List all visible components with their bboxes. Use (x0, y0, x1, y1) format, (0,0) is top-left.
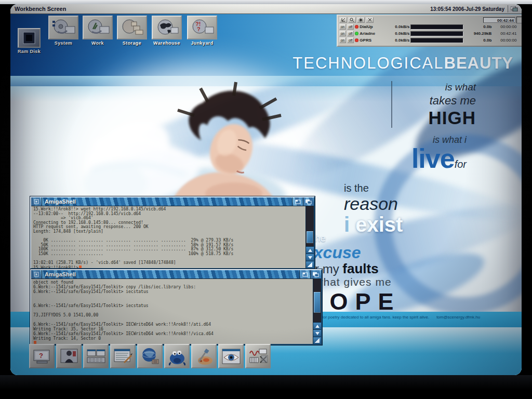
prefs-person-icon (59, 347, 79, 366)
dialup-traffic-bar (410, 24, 463, 30)
close-gadget-icon[interactable] (31, 270, 42, 278)
monitor-bottom-edge (0, 375, 532, 399)
svg-text:?: ? (39, 352, 43, 360)
audio-midi-icon (248, 347, 269, 366)
resize-corner-icon[interactable] (313, 337, 321, 344)
poem-live: is what i livefor (411, 134, 467, 171)
close-icon (368, 18, 372, 22)
shell2-console[interactable]: object not found 6.Work:--1541/safe/Easy… (31, 279, 313, 344)
scroll-down-icon[interactable] (306, 254, 314, 261)
desktop-icon-work[interactable]: Work (82, 16, 113, 46)
shell2-scrollbar[interactable] (313, 279, 321, 344)
net-monitor-window[interactable]: 00:42:44 on off DialUp 0.0kB/s 0.0b 00:0… (337, 15, 522, 47)
ramdisk-icon (18, 28, 41, 48)
depth-gadget-icon[interactable] (310, 270, 321, 278)
system-drawer-icon (48, 16, 78, 39)
work-drawer-icon (83, 16, 113, 39)
ariadne-led (355, 32, 358, 35)
dock-button-internet[interactable] (137, 344, 163, 368)
help-icon: ? (32, 347, 52, 366)
editor-icon (113, 347, 134, 366)
paint-icon (194, 347, 215, 366)
storage-drawer-icon (117, 16, 147, 39)
dock-button-editor[interactable] (110, 344, 136, 368)
resize-corner-icon[interactable] (306, 261, 314, 268)
net-close-button[interactable] (366, 17, 374, 23)
desktop-icon-system[interactable]: System (48, 16, 79, 46)
shell2-output: object not found 6.Work:--1541/safe/Easy… (33, 280, 313, 341)
resize-icon (341, 18, 345, 22)
gprs-traffic-bar (410, 38, 463, 43)
net-row-gprs: on off GPRS 0.0kB/s 0.0b 00:00:00 (339, 37, 522, 44)
shell1-title: AmigaShell (42, 197, 292, 206)
divider-line (391, 81, 392, 128)
dock-button-help[interactable]: ? (29, 344, 55, 368)
dialup-on-button[interactable]: on (339, 24, 346, 30)
workbench-screen: TECHNOLOGICALBEAUTY is what takes me HIG… (10, 4, 522, 375)
close-gadget-icon[interactable] (31, 197, 42, 206)
screen-titlebar[interactable]: Workbench Screen 13:05:54 2006-Jul-29 Sa… (10, 4, 522, 14)
warehouse-drawer-icon (152, 16, 182, 39)
shell1-output: 15.Work:!!Arok8!!> wget http://192.168.0… (33, 207, 306, 265)
monitor-bezel: TECHNOLOGICALBEAUTY is what takes me HIG… (0, 0, 532, 399)
shell1-console[interactable]: 15.Work:!!Arok8!!> wget http://192.168.0… (31, 206, 306, 268)
dock-button-paint[interactable] (191, 344, 217, 368)
dialup-led (355, 25, 358, 29)
desktop-icon-warehouse[interactable]: Warehouse (151, 16, 182, 46)
shell1-cursor (79, 265, 82, 268)
gprs-off-button[interactable]: off (347, 37, 354, 43)
zoom-gadget-icon[interactable] (299, 270, 310, 278)
ariadne-on-button[interactable]: on (339, 31, 346, 36)
shell2-title: AmigaShell (42, 270, 299, 278)
internet-globe-icon (140, 347, 161, 366)
viewer-eye-icon (221, 347, 242, 366)
net-resize-button[interactable] (339, 17, 347, 23)
wallpaper-title: TECHNOLOGICALBEAUTY (292, 54, 513, 73)
dialup-off-button[interactable]: off (347, 24, 354, 30)
shell-window-1[interactable]: AmigaShell 15.Work:!!Arok8!!> wget http:… (30, 196, 315, 269)
dock-button-viewer[interactable] (218, 344, 244, 368)
scroll-up-icon[interactable] (306, 246, 314, 254)
mascot-icon (167, 347, 188, 366)
scroll-down-icon[interactable] (313, 329, 321, 337)
shell1-scrollbar[interactable] (305, 206, 314, 268)
desktop-icon-ramdisk[interactable]: Ram Disk (14, 28, 45, 54)
settings-icon (358, 18, 363, 22)
screen-depth-gadget[interactable] (508, 5, 521, 12)
desktop-icon-storage[interactable]: Storage (116, 16, 148, 46)
shell1-scroll-thumb[interactable] (307, 231, 313, 243)
desktop-icon-junkyard[interactable]: ?!? Junkyard (187, 16, 218, 46)
scroll-up-icon[interactable] (313, 322, 321, 329)
shell-window-2[interactable]: AmigaShell object not found 6.Work:--154… (30, 269, 322, 345)
shell2-titlebar[interactable]: AmigaShell (31, 270, 321, 279)
dock-button-prefs[interactable] (56, 344, 82, 368)
svg-text:?: ? (197, 26, 201, 32)
dock-button-screens[interactable] (83, 344, 109, 368)
net-row-dialup: on off DialUp 0.0kB/s 0.0b 00:00:00 (339, 23, 522, 30)
depth-gadget-icon[interactable] (303, 197, 314, 206)
wallpaper-footer: truecolor poetry dedicated to all amiga … (311, 315, 518, 320)
shell1-prompt: 15.Work:!!Arok8!!> (33, 265, 78, 268)
net-zoom-button[interactable] (348, 17, 356, 23)
shell1-titlebar[interactable]: AmigaShell (31, 197, 314, 206)
gprs-led (355, 38, 358, 42)
net-settings-button[interactable] (357, 17, 365, 23)
depth-icon (511, 6, 518, 11)
net-row-ariadne: on off Ariadne 0.0kB/s 940.29kB 00:42:41 (339, 30, 522, 37)
net-timer-field: 00:42:44 (483, 17, 515, 23)
net-timer-gadget[interactable] (516, 17, 522, 23)
junkyard-drawer-icon: ?!? (187, 16, 217, 39)
gprs-on-button[interactable]: on (339, 37, 346, 43)
magnifier-icon (350, 18, 354, 22)
screen-title: Workbench Screen (10, 6, 66, 12)
poem-high: is what takes me HIGH (429, 81, 476, 128)
dock-button-audio[interactable] (245, 344, 271, 368)
dock-button-mascot[interactable] (164, 344, 190, 368)
ariadne-traffic-bar (410, 31, 463, 36)
clock-text: 13:05:54 2006-Jul-29 Saturday (430, 6, 508, 12)
toolbar-dock: ? (29, 344, 271, 368)
zoom-gadget-icon[interactable] (292, 197, 303, 206)
monitor-top-edge (0, 0, 532, 4)
ariadne-off-button[interactable]: off (347, 31, 354, 36)
shell2-scroll-thumb[interactable] (314, 292, 321, 313)
